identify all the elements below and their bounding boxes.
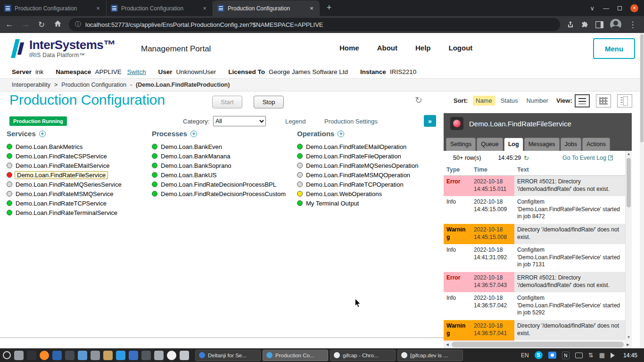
start-button[interactable]: Start <box>212 96 242 108</box>
expand-panel-button[interactable]: » <box>424 115 436 127</box>
window-maximize-button[interactable] <box>618 6 622 10</box>
category-select[interactable]: All <box>213 116 266 126</box>
nav-link-about[interactable]: About <box>377 44 397 52</box>
config-item-label[interactable]: Demo.Loan.FindRateTCPService <box>16 200 107 207</box>
config-item[interactable]: Demo.Loan.FindRateEMailOperation <box>297 142 438 151</box>
skype-icon[interactable]: S <box>535 351 543 359</box>
taskbar-icon-system-app[interactable] <box>65 351 74 360</box>
window-minimize-button[interactable]: — <box>603 5 609 12</box>
config-item[interactable]: Demo.Loan.FindRateMSMQOperation <box>297 170 438 180</box>
taskbar-window-button[interactable]: [gifcap.dev is ... <box>397 350 463 361</box>
panel-tab-messages[interactable]: Messages <box>524 138 560 151</box>
config-item[interactable]: Demo.Loan.FindRateFileOperation <box>297 151 438 161</box>
add-process-icon[interactable]: + <box>190 131 197 137</box>
app-n-icon[interactable]: N <box>562 352 570 359</box>
stop-button[interactable]: Stop <box>254 96 284 108</box>
log-row[interactable]: Warning2022-10-18 14:36:57.041Directory … <box>444 320 625 340</box>
view-split-icon[interactable] <box>617 94 632 107</box>
browser-menu-kebab-icon[interactable]: ⋮ <box>628 20 637 30</box>
new-tab-button[interactable]: + <box>322 1 336 15</box>
config-item-label[interactable]: Demo.Loan.FindRateMQSeriesOperation <box>306 162 418 169</box>
sort-option-name[interactable]: Name <box>473 96 495 106</box>
sort-option-number[interactable]: Number <box>524 96 551 106</box>
breadcrumb-interoperability[interactable]: Interoperability <box>12 82 50 88</box>
add-operation-icon[interactable]: + <box>338 131 344 137</box>
panel-horizontal-scrollbar[interactable]: ◄ ► <box>444 341 632 348</box>
view-list-icon[interactable] <box>575 94 590 107</box>
config-item-label[interactable]: Demo.Loan.FindRateMSMQOperation <box>306 172 410 179</box>
breadcrumb-production-configuration[interactable]: Production Configuration <box>61 82 126 88</box>
config-item[interactable]: Demo.Loan.FindRateMQSeriesService <box>7 180 148 189</box>
nav-link-home[interactable]: Home <box>339 44 359 52</box>
taskbar-icon-file-manager[interactable] <box>78 351 87 360</box>
config-item-label[interactable]: Demo.Loan.FindRateFileService <box>15 171 108 179</box>
back-button[interactable]: ← <box>5 20 14 29</box>
config-item[interactable]: Demo.Loan.FindRateMQSeriesOperation <box>297 161 438 170</box>
nav-link-logout[interactable]: Logout <box>449 44 473 52</box>
page-scrollbar[interactable] <box>640 33 644 348</box>
clock[interactable]: 14:45 <box>623 352 637 359</box>
taskbar-icon-dark-app[interactable] <box>141 351 151 360</box>
taskbar-window-button[interactable]: gifcap - Chro... <box>330 350 396 361</box>
tab-search-chevron-icon[interactable]: ∨ <box>590 5 594 12</box>
view-grid-icon[interactable] <box>596 94 611 107</box>
page-scroll-thumb[interactable] <box>640 34 644 142</box>
config-item[interactable]: Demo.Loan.FindRateTerminalService <box>7 208 148 217</box>
taskbar-icon-blue-app[interactable] <box>129 351 138 360</box>
add-service-icon[interactable]: + <box>39 131 46 137</box>
taskbar-icon-vscode[interactable] <box>116 351 125 360</box>
config-item-label[interactable]: Demo.Loan.FindRateEMailOperation <box>306 143 406 150</box>
page-info-icon[interactable]: ⓘ <box>75 20 81 29</box>
config-item[interactable]: Demo.Loan.FindRateDecisionProcessBPL <box>152 180 293 189</box>
config-item[interactable]: Demo.Loan.FindRateEMailService <box>7 161 148 170</box>
config-item[interactable]: My Terminal Output <box>297 198 438 208</box>
taskbar-icon-chrome[interactable] <box>167 351 176 360</box>
config-item[interactable]: Demo.Loan.FindRateCSPService <box>7 151 148 161</box>
menu-button[interactable]: Menu <box>593 38 635 59</box>
taskbar-icon-firefox[interactable] <box>40 351 49 360</box>
panel-tab-queue[interactable]: Queue <box>477 138 503 151</box>
horizontal-scroll-thumb[interactable] <box>452 342 624 347</box>
browser-tab[interactable]: Production Configuration× <box>213 0 320 16</box>
scroll-right-arrow[interactable]: ► <box>624 341 632 348</box>
volume-icon[interactable] <box>611 353 618 358</box>
config-item[interactable]: Demo.Loan.FindRateTCPService <box>7 198 148 208</box>
config-item[interactable]: Demo.Loan.FindRateMSMQService <box>7 189 148 198</box>
camera-icon[interactable] <box>548 352 556 359</box>
scroll-down-arrow[interactable]: ▼ <box>626 334 632 341</box>
taskbar-icon-media-app[interactable] <box>91 351 100 360</box>
profile-avatar[interactable] <box>610 19 621 30</box>
legend-link[interactable]: Legend <box>285 118 305 125</box>
tab-close-icon[interactable]: × <box>94 5 102 12</box>
config-item-label[interactable]: Demo.Loan.FindRateEMailService <box>16 162 109 169</box>
config-item[interactable]: Demo.Loan.BankManana <box>152 151 293 161</box>
keyboard-layout-indicator[interactable]: EN <box>521 352 529 359</box>
tab-close-icon[interactable]: × <box>308 5 315 12</box>
config-item-label[interactable]: Demo.Loan.WebOperations <box>306 190 382 197</box>
log-row[interactable]: Error2022-10-18 14:36:57.043ERROR #5021:… <box>444 272 625 292</box>
config-item-label[interactable]: Demo.Loan.BankUS <box>161 172 217 179</box>
config-item[interactable]: Demo.Loan.BankMetrics <box>7 142 148 151</box>
sort-option-status[interactable]: Status <box>498 96 521 106</box>
share-icon[interactable] <box>567 21 574 28</box>
nav-link-help[interactable]: Help <box>415 44 431 52</box>
taskbar-icon-editor[interactable] <box>180 351 189 360</box>
forward-button[interactable]: → <box>21 20 30 29</box>
config-item-label[interactable]: Demo.Loan.BankManana <box>161 153 230 160</box>
side-panel-icon[interactable] <box>595 21 603 28</box>
extensions-puzzle-icon[interactable] <box>581 21 589 29</box>
config-item[interactable]: Demo.Loan.FindRateTCPOperation <box>297 180 438 189</box>
taskbar-icon-files[interactable] <box>14 351 24 360</box>
window-close-button[interactable]: × <box>630 4 638 12</box>
config-item[interactable]: Demo.Loan.BankEven <box>152 142 293 151</box>
config-item-label[interactable]: Demo.Loan.FindRateCSPService <box>16 153 107 160</box>
browser-tab[interactable]: Production Configuration× <box>107 0 213 16</box>
taskbar-icon-folder[interactable] <box>103 351 113 360</box>
taskbar-icon-terminal[interactable] <box>27 351 36 360</box>
config-item-label[interactable]: Demo.Loan.FindRateFileOperation <box>306 153 401 160</box>
config-item[interactable]: Demo.Loan.BankSoprano <box>152 161 293 170</box>
config-item-label[interactable]: Demo.Loan.FindRateDecisionProcessBPL <box>161 181 276 188</box>
log-row[interactable]: Info2022-10-18 14:41:31.092ConfigItem 'D… <box>444 244 625 272</box>
url-bar[interactable]: ⓘ localhost:52773/csp/applive/EnsPortal.… <box>69 18 560 31</box>
production-settings-link[interactable]: Production Settings <box>324 118 378 125</box>
